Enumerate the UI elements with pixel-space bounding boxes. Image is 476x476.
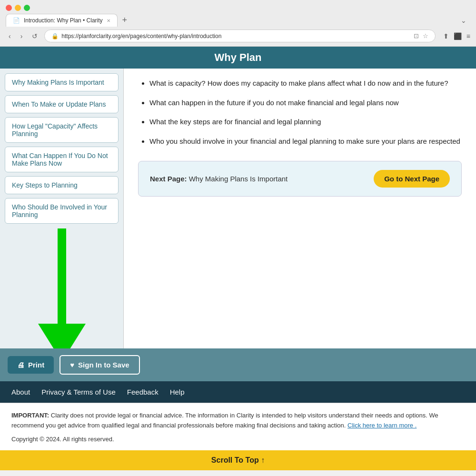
heart-icon: ♥ bbox=[70, 361, 74, 369]
address-bar: ‹ › ↺ 🔒 https://planforclarity.org/en/pa… bbox=[0, 27, 476, 46]
extensions-icon[interactable]: ⬛ bbox=[454, 32, 462, 40]
print-label: Print bbox=[28, 361, 44, 369]
help-link[interactable]: Help bbox=[170, 388, 185, 396]
disclaimer-text: IMPORTANT: Clarity does not provide lega… bbox=[11, 411, 465, 431]
copyright: Copyright © 2024. All rights reserved. bbox=[11, 436, 465, 443]
star-icon[interactable]: ☆ bbox=[423, 32, 428, 40]
share-icon[interactable]: ⬆ bbox=[443, 32, 449, 40]
sidebar-item-who-should[interactable]: Who Should Be Involved in Your Planning bbox=[5, 198, 119, 224]
close-button[interactable] bbox=[6, 5, 12, 11]
tab-bar: 📄 Introduction: Why Plan • Clarity ✕ + ⌄ bbox=[0, 14, 476, 27]
privacy-link[interactable]: Privacy & Terms of Use bbox=[41, 388, 116, 396]
tab-title: Introduction: Why Plan • Clarity bbox=[24, 17, 103, 24]
back-button[interactable]: ‹ bbox=[6, 30, 14, 42]
address-icons: ⊡ ☆ bbox=[414, 32, 428, 40]
main-content: What is capacity? How does my capacity t… bbox=[124, 69, 476, 348]
scroll-to-top[interactable]: Scroll To Top ↑ bbox=[0, 450, 476, 470]
content-area: Why Making Plans Is Important When To Ma… bbox=[0, 69, 476, 348]
forward-button[interactable]: › bbox=[18, 30, 26, 42]
next-page-button[interactable]: Go to Next Page bbox=[374, 170, 450, 188]
url-box[interactable]: 🔒 https://planforclarity.org/en/pages/co… bbox=[44, 30, 435, 42]
feedback-link[interactable]: Feedback bbox=[127, 388, 159, 396]
green-arrow bbox=[5, 228, 119, 348]
minimize-button[interactable] bbox=[15, 5, 21, 11]
disclaimer-bold: IMPORTANT: bbox=[11, 412, 49, 419]
browser-chrome: 📄 Introduction: Why Plan • Clarity ✕ + ⌄… bbox=[0, 0, 476, 47]
traffic-lights bbox=[0, 0, 476, 14]
bullet-list: What is capacity? How does my capacity t… bbox=[138, 78, 462, 147]
tab-close-icon[interactable]: ✕ bbox=[107, 18, 110, 23]
sign-in-save-button[interactable]: ♥ Sign In to Save bbox=[60, 355, 139, 375]
next-page-label: Next Page: Why Making Plans Is Important bbox=[150, 175, 288, 183]
bullet-item-1: What is capacity? How does my capacity t… bbox=[149, 78, 462, 89]
site-header: Why Plan bbox=[0, 47, 476, 69]
sidebar-item-key-steps[interactable]: Key Steps to Planning bbox=[5, 176, 119, 194]
tab-favicon: 📄 bbox=[13, 17, 20, 24]
disclaimer-learn-more[interactable]: Click here to learn more . bbox=[347, 422, 416, 429]
save-label: Sign In to Save bbox=[78, 361, 129, 369]
bullet-item-4: Who you should involve in your financial… bbox=[149, 136, 462, 147]
maximize-button[interactable] bbox=[24, 5, 30, 11]
active-tab[interactable]: 📄 Introduction: Why Plan • Clarity ✕ bbox=[6, 14, 118, 27]
next-page-box: Next Page: Why Making Plans Is Important… bbox=[138, 161, 462, 197]
disclaimer: IMPORTANT: Clarity does not provide lega… bbox=[0, 403, 476, 450]
new-tab-button[interactable]: + bbox=[119, 15, 130, 25]
bullet-item-2: What can happen in the future if you do … bbox=[149, 98, 462, 109]
footer-nav: About Privacy & Terms of Use Feedback He… bbox=[0, 381, 476, 403]
print-button[interactable]: 🖨 Print bbox=[8, 356, 54, 374]
tab-overflow[interactable]: ⌄ bbox=[457, 15, 470, 26]
page-title: Why Plan bbox=[0, 51, 476, 64]
lock-icon: 🔒 bbox=[51, 33, 59, 40]
sidebar-item-when-to-make[interactable]: When To Make or Update Plans bbox=[5, 95, 119, 113]
sidebar-item-how-legal[interactable]: How Legal "Capacity" Affects Planning bbox=[5, 117, 119, 143]
printer-icon: 🖨 bbox=[17, 361, 24, 369]
sidebar-item-what-can-happen[interactable]: What Can Happen If You Do Not Make Plans… bbox=[5, 147, 119, 172]
bookmark-icon[interactable]: ⊡ bbox=[414, 32, 419, 40]
next-page-prefix: Next Page: bbox=[150, 175, 187, 183]
footer-toolbar: 🖨 Print ♥ Sign In to Save bbox=[0, 348, 476, 381]
sidebar-item-why-making[interactable]: Why Making Plans Is Important bbox=[5, 73, 119, 91]
page-wrapper: Why Plan Why Making Plans Is Important W… bbox=[0, 47, 476, 470]
next-page-title: Why Making Plans Is Important bbox=[189, 175, 288, 183]
bullet-item-3: What the key steps are for financial and… bbox=[149, 117, 462, 128]
browser-actions: ⬆ ⬛ ≡ bbox=[443, 32, 470, 40]
url-text: https://planforclarity.org/en/pages/cont… bbox=[61, 33, 221, 40]
menu-icon[interactable]: ≡ bbox=[466, 32, 470, 40]
about-link[interactable]: About bbox=[11, 388, 30, 396]
refresh-button[interactable]: ↺ bbox=[29, 30, 40, 42]
sidebar: Why Making Plans Is Important When To Ma… bbox=[0, 69, 124, 348]
